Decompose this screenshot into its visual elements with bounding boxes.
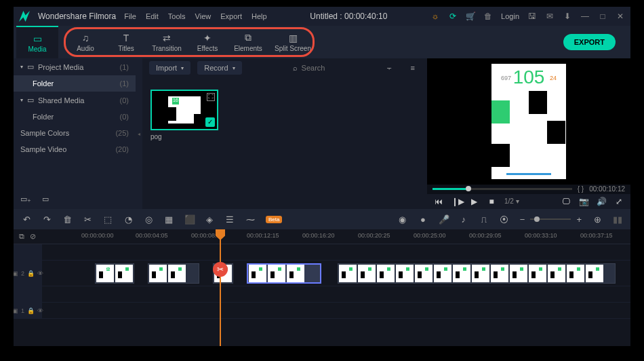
lock-icon[interactable]: 🔒 [27, 270, 35, 277]
play-icon[interactable]: ▶ [469, 197, 479, 206]
record-dropdown[interactable]: Record▾ [197, 61, 241, 75]
zoom-out-icon[interactable]: − [520, 214, 525, 225]
transition-icon: ⇄ [163, 33, 171, 43]
search-input[interactable] [302, 64, 369, 72]
audio-wave-icon[interactable]: ⁓ [245, 214, 255, 225]
adjust-icon[interactable]: ☰ [225, 214, 235, 225]
login-button[interactable]: Login [501, 12, 519, 20]
app-logo [19, 11, 30, 22]
new-folder-icon[interactable]: ▭ [42, 195, 49, 204]
redo-icon[interactable]: ↷ [42, 214, 52, 225]
search-icon: ⌕ [293, 64, 298, 72]
splitscreen-icon: ▥ [289, 33, 298, 43]
undo-icon[interactable]: ↶ [22, 214, 31, 225]
sidebar-folder-1[interactable]: Folder(1) [14, 75, 136, 92]
media-sidebar: ▾▭Project Media(1) Folder(1) ▾▭Shared Me… [14, 58, 136, 209]
link-tracks-icon[interactable]: ⧉ [19, 232, 24, 241]
project-title: Untitled : 00:00:40:10 [275, 12, 422, 21]
fullscreen-icon[interactable]: ⤢ [614, 197, 624, 206]
folder-icon: ▭ [33, 33, 42, 44]
export-button[interactable]: EXPORT [563, 34, 616, 50]
playhead[interactable]: ✂ [220, 229, 221, 346]
cut-icon[interactable]: ✂ [83, 214, 92, 225]
meter-icon[interactable]: ▮▮ [613, 214, 622, 225]
tab-media[interactable]: ▭ Media [16, 26, 58, 58]
greensscreen-icon[interactable]: ▦ [164, 214, 174, 225]
step-back-icon[interactable]: ❙▶ [451, 197, 461, 206]
audio-track-1[interactable]: ▣1🔒👁 [14, 303, 630, 319]
close-icon[interactable]: ✕ [616, 12, 625, 21]
brightness-icon[interactable]: ☼ [430, 12, 440, 21]
timeline-clip[interactable]: ▶ [338, 263, 616, 284]
preview-panel: 69710524 { } 00:00:10:12 ⏮ ❙▶ ▶ ■ 1/2 ▾ [427, 58, 630, 209]
timeline-ruler[interactable]: ⧉⊘ 00:00:00:00 00:00:04:05 00:00:08:10 0… [14, 229, 630, 244]
tab-elements[interactable]: ⧉Elements [228, 32, 268, 52]
chevron-down-icon: ▾ [20, 97, 23, 103]
sidebar-folder-2[interactable]: Folder(0) [14, 109, 136, 125]
expand-icon[interactable]: ⛶ [207, 93, 215, 101]
maximize-icon[interactable]: □ [598, 12, 607, 21]
range-braces: { } [578, 185, 584, 193]
menu-export[interactable]: Export [220, 12, 242, 20]
keyframe-icon[interactable]: ◈ [205, 214, 214, 225]
prev-frame-icon[interactable]: ⏮ [434, 197, 443, 206]
sidebar-sample-colors[interactable]: Sample Colors(25) [14, 125, 136, 141]
visibility-icon[interactable]: 👁 [37, 307, 43, 314]
timeline-clip[interactable]: ▶ [148, 263, 199, 284]
lock-icon[interactable]: 🔒 [27, 307, 35, 314]
trash-icon[interactable]: 🗑 [483, 12, 493, 21]
stop-icon[interactable]: ■ [487, 197, 496, 206]
display-icon[interactable]: 🖵 [561, 197, 571, 206]
timeline-clip[interactable]: ▶pog [95, 263, 134, 284]
split-clip-button[interactable]: ✂ [213, 262, 228, 277]
download-icon[interactable]: ⬇ [563, 12, 572, 21]
menu-edit[interactable]: Edit [146, 12, 159, 20]
color-icon[interactable]: ◎ [144, 214, 153, 225]
tab-splitscreen[interactable]: ▥Split Screen [268, 32, 317, 52]
playback-scale[interactable]: 1/2 ▾ [504, 197, 519, 205]
mic-icon[interactable]: 🎤 [439, 214, 448, 225]
delete-icon[interactable]: 🗑 [62, 214, 72, 225]
marker-icon[interactable]: ◉ [398, 214, 407, 225]
tab-transition[interactable]: ⇄Transition [146, 32, 187, 52]
mask-icon[interactable]: ⬛ [184, 214, 194, 225]
media-thumbnail[interactable]: 16 ⛶ ✓ [150, 90, 218, 130]
zoom-in-icon[interactable]: + [576, 214, 582, 225]
music-icon[interactable]: ♪ [459, 214, 468, 225]
menu-view[interactable]: View [195, 12, 212, 20]
timeline-clip[interactable]: ▶ [247, 263, 321, 284]
video-track-2[interactable]: ▣2🔒👁 ▶pog▶▶▶▶ [14, 261, 630, 286]
render-icon[interactable]: ⦿ [500, 214, 509, 225]
menu-file[interactable]: File [124, 12, 136, 20]
timeline-zoom[interactable]: − + [520, 214, 582, 225]
preview-scrubber[interactable] [432, 188, 572, 190]
speed-icon[interactable]: ◔ [123, 214, 133, 225]
zoom-fit-icon[interactable]: ⊕ [592, 214, 602, 225]
sidebar-project-media[interactable]: ▾▭Project Media(1) [14, 58, 136, 75]
save-icon[interactable]: 🖫 [527, 12, 537, 21]
sidebar-shared-media[interactable]: ▾▭Shared Media(0) [14, 92, 136, 109]
sort-icon[interactable]: ≡ [405, 64, 420, 72]
filter-icon[interactable]: ⫟ [380, 64, 399, 72]
tab-effects[interactable]: ✦Effects [187, 32, 228, 52]
tab-titles[interactable]: TTitles [106, 32, 146, 52]
crop-icon[interactable]: ⬚ [103, 214, 113, 225]
minimize-icon[interactable]: — [580, 12, 590, 21]
record-icon[interactable]: ● [418, 214, 428, 225]
volume-icon[interactable]: 🔊 [597, 197, 606, 206]
mail-icon[interactable]: ✉ [545, 12, 555, 21]
import-dropdown[interactable]: Import▾ [149, 61, 190, 75]
tab-audio[interactable]: ♫Audio [65, 32, 106, 52]
snapshot-icon[interactable]: 📷 [579, 197, 588, 206]
chevron-down-icon: ▾ [233, 65, 235, 71]
audio-icon: ♫ [82, 33, 89, 43]
mixer-icon[interactable]: ⎍ [479, 214, 489, 225]
cart-icon[interactable]: 🛒 [466, 12, 475, 21]
sidebar-sample-video[interactable]: Sample Video(20) [14, 141, 136, 157]
refresh-icon[interactable]: ⟳ [448, 12, 458, 21]
sidebar-collapse-handle[interactable]: ◂ [136, 58, 142, 209]
menu-help[interactable]: Help [251, 12, 267, 20]
magnet-icon[interactable]: ⊘ [30, 232, 36, 241]
menu-tools[interactable]: Tools [168, 12, 186, 20]
new-folder-plus-icon[interactable]: ▭₊ [20, 195, 31, 204]
